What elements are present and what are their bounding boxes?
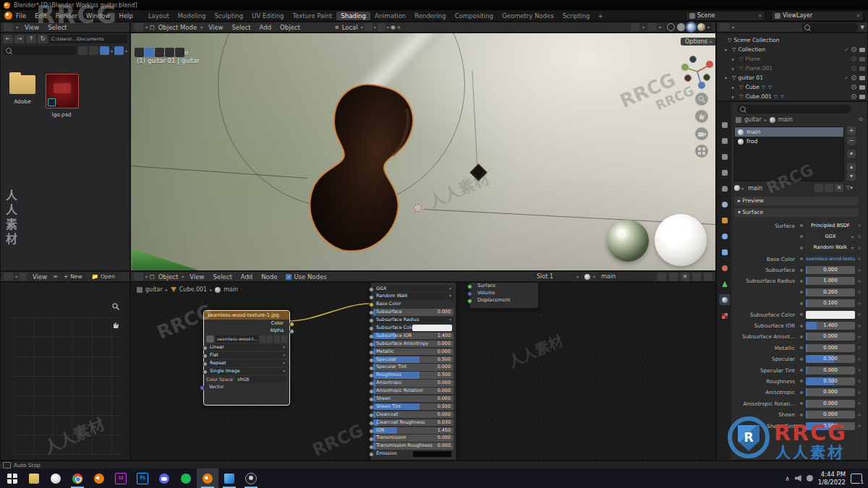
select-box-tool-icon[interactable] <box>145 48 154 57</box>
viewlayer-selector[interactable]: ViewLayer ✕ <box>771 11 864 21</box>
outliner-row[interactable]: ▾ ▽ Collection ▽ ▽ ✓ <box>717 45 867 54</box>
properties-tab-icon[interactable] <box>719 294 730 305</box>
disable-render-icon[interactable] <box>859 57 865 61</box>
new-material-icon[interactable] <box>814 184 823 192</box>
shader-editor-icon[interactable] <box>134 273 143 281</box>
properties-tab-icon[interactable] <box>719 135 730 146</box>
bsdf-node-row[interactable]: Metallic 0.000 <box>373 348 454 355</box>
taskbar-icon[interactable]: Id <box>110 468 132 488</box>
taskbar-icon[interactable] <box>197 468 218 488</box>
outliner-row[interactable]: ▸ ▽ Cube ▽ ▽ ✓ <box>717 82 867 92</box>
properties-tab-icon[interactable] <box>719 199 730 210</box>
fake-user-icon[interactable] <box>669 273 678 281</box>
image-node-dropdown[interactable]: Repeat <box>207 360 287 367</box>
unpack-image-icon[interactable] <box>274 335 280 343</box>
duplicate-image-icon[interactable] <box>260 335 265 343</box>
bsdf-node-row[interactable]: Subsurface Radius <box>373 317 454 323</box>
property-row[interactable]: Sheen 0.000 <box>734 411 863 419</box>
preview-section[interactable]: ▸ Preview <box>734 197 859 205</box>
falloff-icon[interactable]: ∧ <box>397 25 401 30</box>
shader-menu[interactable]: View <box>186 273 208 281</box>
workspace-tab[interactable]: Texture Paint <box>289 12 337 20</box>
bsdf-node-row[interactable]: Specular 0.500 <box>373 356 454 363</box>
menubar-item[interactable]: Render <box>52 12 81 20</box>
image-node-dropdown[interactable]: Flat <box>207 352 287 359</box>
slot-specials-icon[interactable]: ▾ <box>847 150 856 158</box>
properties-tab-icon[interactable] <box>719 183 730 194</box>
shader-menu[interactable]: Add <box>237 273 256 281</box>
disable-render-icon[interactable] <box>859 48 865 52</box>
bsdf-node-row[interactable]: Roughness 0.500 <box>373 372 454 378</box>
material-slot[interactable]: main <box>735 127 843 137</box>
workspace-tab[interactable]: Layout <box>144 12 174 20</box>
taskbar-icon[interactable] <box>67 468 88 488</box>
image-node-dropdown[interactable]: Linear <box>207 344 287 351</box>
properties-tab-icon[interactable] <box>719 278 730 289</box>
vector-input-socket[interactable]: Vector <box>204 383 289 390</box>
bsdf-node-row[interactable]: Sheen 0.000 <box>373 395 454 402</box>
solid-shading-icon[interactable] <box>677 23 685 31</box>
bsdf-node-row[interactable]: IOR 1.450 <box>373 427 454 434</box>
properties-tab-icon[interactable] <box>719 167 730 178</box>
viewlayer-x-icon[interactable]: ✕ <box>856 13 860 18</box>
open-image-icon[interactable] <box>267 335 273 343</box>
bsdf-node-row[interactable]: Base Color <box>373 301 454 307</box>
outliner-search-input[interactable] <box>801 23 858 32</box>
options-button[interactable]: Options▾ <box>681 38 716 46</box>
taskbar-icon[interactable] <box>240 468 262 488</box>
slot-dropdown[interactable]: Slot 1▾ <box>534 273 582 281</box>
path-field[interactable]: C:\Users\...\Documents <box>49 35 127 43</box>
bsdf-node-row[interactable]: Anisotropic Rotation 0.000 <box>373 388 454 394</box>
copy-material-icon[interactable] <box>658 273 666 281</box>
property-row[interactable]: Subsurface Anisot... 0.000 <box>734 333 863 341</box>
bsdf-node-row[interactable]: Transmission 0.000 <box>373 435 454 441</box>
principled-bsdf-node[interactable]: GGX Random Walk Base Color <box>370 282 456 461</box>
workspace-tab[interactable]: Modeling <box>174 12 210 20</box>
up-icon[interactable]: ↑ <box>26 35 36 43</box>
display-options-caret[interactable]: ▾ <box>111 48 113 53</box>
shader-menu[interactable]: Select <box>210 273 236 281</box>
bsdf-node-row[interactable]: GGX <box>373 286 454 292</box>
node-output-socket[interactable]: Alpha <box>204 327 289 334</box>
property-row[interactable]: Sheen Tint 0.500 <box>734 421 863 430</box>
scale-tool-icon[interactable] <box>175 48 184 57</box>
taskbar-icon[interactable] <box>218 468 240 488</box>
material-slot[interactable]: frod <box>735 137 843 146</box>
material-name-field[interactable]: main <box>598 273 655 281</box>
orientation-dropdown[interactable]: Local <box>341 24 359 31</box>
property-row[interactable]: Subsurface IOR 1.400 <box>734 322 863 330</box>
image-new-button[interactable]: + New <box>60 273 86 281</box>
viewport-menu[interactable]: Select <box>228 24 254 31</box>
outliner-row[interactable]: ▸ ▽ Cube.001 ▽ ▽ ✓ <box>717 92 867 101</box>
filter-options-caret[interactable]: ▾ <box>125 48 127 53</box>
expand-icon[interactable]: ▸ <box>732 85 737 90</box>
forward-icon[interactable]: → <box>14 35 25 43</box>
shader-type-dropdown[interactable]: Object <box>157 273 180 281</box>
material-output-node[interactable]: SurfaceVolumeDisplacement <box>469 282 539 309</box>
property-row[interactable]: 0.200 <box>734 288 863 296</box>
viewport-menu[interactable]: Add <box>256 24 275 31</box>
expand-icon[interactable]: ▸ <box>732 56 737 61</box>
material-preview-icon[interactable] <box>687 23 695 31</box>
menubar-item[interactable]: File <box>12 12 30 20</box>
scene-selector[interactable]: Scene ✕ <box>686 11 765 21</box>
notification-center-icon[interactable]: 1 <box>851 474 862 484</box>
expand-icon[interactable]: ▸ <box>732 94 737 99</box>
hide-eye-icon[interactable] <box>851 66 856 71</box>
viewport[interactable]: User Perspective (1) guitar 01 | guitar … <box>130 33 716 271</box>
hide-eye-icon[interactable] <box>851 85 856 90</box>
menubar-item[interactable]: Edit <box>31 12 50 20</box>
expand-icon[interactable]: ▸ <box>732 66 737 71</box>
taskbar-icon[interactable]: Ps <box>132 468 153 488</box>
taskbar-icon[interactable] <box>153 468 175 488</box>
bsdf-node-row[interactable]: Specular Tint 0.000 <box>373 364 454 370</box>
network-icon[interactable] <box>807 475 813 481</box>
use-nodes-toggle[interactable]: ✓ Use Nodes <box>286 273 326 281</box>
taskbar-icon[interactable] <box>45 468 67 488</box>
taskbar-icon[interactable] <box>88 468 110 488</box>
viewport-menu[interactable]: View <box>205 24 226 31</box>
move-tool-icon[interactable] <box>155 48 164 57</box>
image-link-icon[interactable] <box>20 273 27 281</box>
unlink-image-icon[interactable] <box>281 335 287 343</box>
workspace-tab[interactable]: Sculpting <box>210 12 247 20</box>
